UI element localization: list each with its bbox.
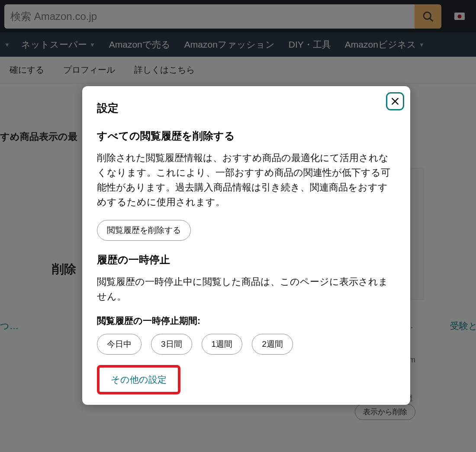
pause-history-heading: 履歴の一時停止: [97, 253, 396, 267]
settings-modal: 設定 すべての閲覧履歴を削除する 削除された閲覧履歴情報は、おすすめ商品の最適化…: [82, 86, 410, 405]
delete-history-description: 削除された閲覧履歴情報は、おすすめ商品の最適化にて活用されなくなります。これによ…: [97, 151, 396, 210]
other-settings-link[interactable]: その他の設定: [108, 373, 169, 386]
pause-option-today[interactable]: 今日中: [97, 334, 142, 355]
close-button[interactable]: [386, 92, 404, 110]
close-icon: [391, 97, 399, 106]
pause-option-3days[interactable]: 3日間: [151, 334, 192, 355]
pause-duration-options: 今日中 3日間 1週間 2週間: [97, 334, 396, 355]
pause-history-description: 閲覧履歴の一時停止中に閲覧した商品は、このページに表示されません。: [97, 274, 396, 304]
delete-history-heading: すべての閲覧履歴を削除する: [97, 129, 396, 143]
delete-history-button[interactable]: 閲覧履歴を削除する: [97, 220, 191, 241]
pause-option-1week[interactable]: 1週間: [202, 334, 243, 355]
annotation-highlight: その他の設定: [97, 365, 180, 394]
modal-title: 設定: [97, 101, 396, 115]
pause-duration-label: 閲覧履歴の一時停止期間:: [97, 315, 396, 327]
pause-option-2weeks[interactable]: 2週間: [252, 334, 293, 355]
